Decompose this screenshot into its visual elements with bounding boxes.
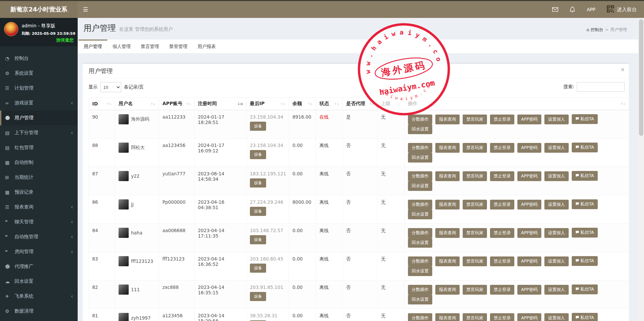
report-query-button[interactable]: 报表查询 bbox=[435, 143, 460, 153]
sidebar-item-redpacket-management[interactable]: ▤红包管理 bbox=[0, 140, 78, 155]
sidebar-item-auto-control[interactable]: ▦自动控制 bbox=[0, 155, 78, 170]
report-query-button[interactable]: 报表查询 bbox=[435, 115, 460, 124]
rebate-setting-button[interactable]: 回水设置 bbox=[408, 238, 432, 248]
tab-dummy-management[interactable]: 假人管理 bbox=[107, 40, 136, 53]
report-query-button[interactable]: 报表查询 bbox=[435, 313, 460, 321]
column-header-status[interactable]: 状态↑↓ bbox=[316, 98, 343, 110]
score-action-button[interactable]: 分数操作 bbox=[408, 200, 432, 209]
private-message-button[interactable]: 私信TA bbox=[572, 256, 598, 266]
sidebar-item-data-cleanup[interactable]: ⚙数据清理 bbox=[0, 304, 78, 319]
enter-frontend-link[interactable]: 进入前台 bbox=[607, 5, 637, 14]
app-password-button[interactable]: APP密码 bbox=[517, 143, 541, 153]
tab-banlogin-management[interactable]: 禁登管理 bbox=[164, 40, 192, 53]
ban-login-button[interactable]: 禁止登录 bbox=[490, 256, 514, 266]
notifications-bell-icon[interactable] bbox=[570, 6, 575, 13]
column-header-is-agent[interactable]: 是否代理↑↓ bbox=[343, 98, 378, 110]
ban-login-button[interactable]: 禁止登录 bbox=[490, 313, 514, 321]
rebate-setting-button[interactable]: 回水设置 bbox=[408, 209, 432, 219]
app-password-button[interactable]: APP密码 bbox=[517, 313, 541, 321]
score-action-button[interactable]: 分数操作 bbox=[408, 285, 432, 295]
set-dummy-button[interactable]: 设置假人 bbox=[544, 200, 569, 209]
device-button[interactable]: 设备 bbox=[250, 178, 266, 188]
sidebar-item-updown-score[interactable]: ▤上下分管理‹ bbox=[0, 125, 78, 140]
private-message-button[interactable]: 私信TA bbox=[572, 313, 598, 321]
mute-player-button[interactable]: 禁言玩家 bbox=[463, 313, 487, 321]
sidebar-item-flyorder-system[interactable]: ✈飞单系统‹ bbox=[0, 289, 78, 304]
sidebar-item-rebate-settings[interactable]: ☁回水设置 bbox=[0, 274, 78, 289]
set-dummy-button[interactable]: 设置假人 bbox=[544, 143, 569, 153]
column-header-actions[interactable]: 操作↑↓ bbox=[405, 98, 629, 110]
score-action-button[interactable]: 分数操作 bbox=[408, 256, 432, 266]
tab-user-management[interactable]: 用户管理 bbox=[78, 40, 107, 53]
sidebar-item-preset-records[interactable]: ▦预设记录 bbox=[0, 185, 78, 200]
mute-player-button[interactable]: 禁言玩家 bbox=[463, 143, 487, 153]
sidebar-item-plan-management[interactable]: ☰计划管理 bbox=[0, 81, 78, 96]
device-button[interactable]: 设备 bbox=[250, 122, 266, 131]
report-query-button[interactable]: 报表查询 bbox=[435, 256, 460, 266]
set-dummy-button[interactable]: 设置假人 bbox=[544, 256, 569, 266]
tab-user-report[interactable]: 用户报表 bbox=[192, 40, 221, 53]
mute-player-button[interactable]: 禁言玩家 bbox=[463, 256, 487, 266]
set-dummy-button[interactable]: 设置假人 bbox=[544, 228, 569, 238]
rebate-setting-button[interactable]: 回水设置 bbox=[408, 266, 432, 276]
sidebar-item-report-query[interactable]: ☰报表查询‹ bbox=[0, 200, 78, 215]
device-button[interactable]: 设备 bbox=[250, 235, 266, 244]
mute-player-button[interactable]: 禁言玩家 bbox=[463, 171, 487, 181]
column-header-last-ip[interactable]: 最后IP↑↓ bbox=[247, 98, 289, 110]
set-dummy-button[interactable]: 设置假人 bbox=[544, 285, 569, 295]
device-button[interactable]: 设备 bbox=[250, 150, 266, 159]
score-action-button[interactable]: 分数操作 bbox=[408, 228, 432, 238]
set-dummy-button[interactable]: 设置假人 bbox=[544, 115, 569, 124]
private-message-button[interactable]: 私信TA bbox=[572, 114, 598, 124]
page-size-select[interactable]: 10 bbox=[100, 82, 121, 92]
report-query-button[interactable]: 报表查询 bbox=[435, 228, 460, 238]
report-query-button[interactable]: 报表查询 bbox=[435, 200, 460, 209]
set-dummy-button[interactable]: 设置假人 bbox=[544, 313, 569, 321]
mute-player-button[interactable]: 禁言玩家 bbox=[463, 285, 487, 295]
sidebar-toggle-button[interactable]: ☰ bbox=[78, 1, 93, 18]
device-button[interactable]: 设备 bbox=[250, 207, 266, 216]
sidebar-item-manual-draw[interactable]: ☻手动开奖 bbox=[0, 319, 78, 321]
sidebar-item-user-management[interactable]: ☻用户管理 bbox=[0, 110, 78, 125]
set-dummy-button[interactable]: 设置假人 bbox=[544, 171, 569, 181]
messages-icon[interactable] bbox=[552, 7, 558, 12]
scrollbar-thumb[interactable] bbox=[639, 19, 643, 136]
score-action-button[interactable]: 分数操作 bbox=[408, 143, 432, 153]
sidebar-item-chat-management[interactable]: ❞聊天管理‹ bbox=[0, 215, 78, 229]
app-password-button[interactable]: APP密码 bbox=[517, 285, 541, 295]
report-query-button[interactable]: 报表查询 bbox=[435, 285, 460, 295]
mute-player-button[interactable]: 禁言玩家 bbox=[463, 228, 487, 238]
app-password-button[interactable]: APP密码 bbox=[517, 228, 541, 238]
ban-login-button[interactable]: 禁止登录 bbox=[490, 200, 514, 209]
column-header-app-account[interactable]: APP账号↑↓ bbox=[159, 98, 195, 110]
score-action-button[interactable]: 分数操作 bbox=[408, 115, 432, 124]
private-message-button[interactable]: 私信TA bbox=[572, 285, 598, 294]
device-button[interactable]: 设备 bbox=[250, 264, 266, 273]
column-header-register-time[interactable]: 注册时间↓≡ bbox=[195, 98, 247, 110]
column-header-parent[interactable]: 上级↑↓ bbox=[378, 98, 405, 110]
rebate-setting-button[interactable]: 回水设置 bbox=[408, 181, 432, 191]
ban-login-button[interactable]: 禁止登录 bbox=[490, 171, 514, 181]
mute-player-button[interactable]: 禁言玩家 bbox=[463, 200, 487, 209]
app-password-button[interactable]: APP密码 bbox=[517, 115, 541, 124]
breadcrumb-console[interactable]: 控制台 bbox=[591, 27, 603, 32]
close-icon[interactable]: × bbox=[620, 67, 625, 73]
page-scrollbar[interactable] bbox=[638, 18, 644, 321]
score-action-button[interactable]: 分数操作 bbox=[408, 171, 432, 181]
private-message-button[interactable]: 私信TA bbox=[572, 171, 598, 181]
private-message-button[interactable]: 私信TA bbox=[572, 143, 598, 152]
column-header-id[interactable]: ID↑↓ bbox=[89, 98, 115, 110]
score-action-button[interactable]: 分数操作 bbox=[408, 313, 432, 321]
ban-login-button[interactable]: 禁止登录 bbox=[490, 285, 514, 295]
sidebar-item-current-stats[interactable]: ⊞当期统计 bbox=[0, 170, 78, 185]
app-link[interactable]: APP bbox=[587, 7, 595, 12]
sidebar-item-game-settings[interactable]: ∞游戏设置‹ bbox=[0, 96, 78, 110]
tab-mute-management[interactable]: 禁言管理 bbox=[136, 40, 164, 53]
app-password-button[interactable]: APP密码 bbox=[517, 171, 541, 181]
rebate-setting-button[interactable]: 回水设置 bbox=[408, 153, 432, 163]
private-message-button[interactable]: 私信TA bbox=[572, 228, 598, 238]
ban-login-button[interactable]: 禁止登录 bbox=[490, 143, 514, 153]
mute-player-button[interactable]: 禁言玩家 bbox=[463, 115, 487, 124]
ban-login-button[interactable]: 禁止登录 bbox=[490, 228, 514, 238]
rebate-setting-button[interactable]: 回水设置 bbox=[408, 124, 432, 134]
